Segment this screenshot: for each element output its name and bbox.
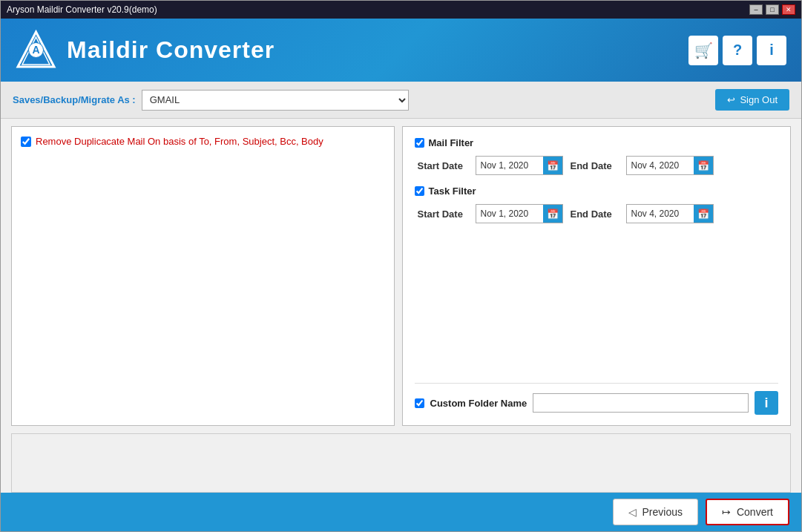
mail-filter-header: Mail Filter xyxy=(415,137,779,148)
task-start-date-input[interactable] xyxy=(476,206,543,221)
custom-folder-input[interactable] xyxy=(533,393,749,413)
mail-start-cal-button[interactable]: 📅 xyxy=(543,157,562,174)
task-start-cal-button[interactable]: 📅 xyxy=(543,205,562,223)
mail-end-date-input[interactable] xyxy=(627,158,694,173)
task-filter-section: Task Filter Start Date 📅 End Date 📅 xyxy=(415,185,779,223)
cart-button[interactable]: 🛒 xyxy=(688,36,718,65)
app-title: Maildir Converter xyxy=(67,36,275,64)
convert-button[interactable]: ↦ Convert xyxy=(706,499,789,525)
minimize-button[interactable]: – xyxy=(749,4,763,15)
remove-duplicates-row: Remove Duplicacate Mail On basis of To, … xyxy=(21,136,385,147)
mail-filter-checkbox[interactable] xyxy=(415,138,424,148)
sign-out-button[interactable]: ↩ Sign Out xyxy=(715,89,789,111)
previous-label: Previous xyxy=(642,506,683,518)
mail-start-date-wrapper: 📅 xyxy=(476,156,563,175)
close-button[interactable]: ✕ xyxy=(782,4,795,15)
window-title: Aryson Maildir Converter v20.9(demo) xyxy=(7,4,157,15)
mail-end-cal-button[interactable]: 📅 xyxy=(694,157,713,174)
custom-folder-info-button[interactable]: i xyxy=(755,391,778,415)
task-filter-header: Task Filter xyxy=(415,185,779,197)
left-panel: Remove Duplicacate Mail On basis of To, … xyxy=(11,126,395,426)
previous-button[interactable]: ◁ Previous xyxy=(613,499,698,525)
bottom-area xyxy=(11,433,791,493)
help-button[interactable]: ? xyxy=(723,36,752,65)
remove-duplicates-checkbox[interactable] xyxy=(21,137,31,147)
saves-dropdown[interactable]: GMAIL xyxy=(142,90,409,111)
task-end-date-wrapper: 📅 xyxy=(626,204,714,223)
task-start-date-wrapper: 📅 xyxy=(476,204,563,223)
logo-area: A Maildir Converter xyxy=(16,30,275,70)
task-end-cal-button[interactable]: 📅 xyxy=(694,205,713,223)
task-filter-checkbox[interactable] xyxy=(415,186,424,196)
mail-end-date-label: End Date xyxy=(571,160,619,171)
main-window: Aryson Maildir Converter v20.9(demo) – □… xyxy=(0,0,802,532)
header-action-buttons: 🛒 ? i xyxy=(688,36,786,65)
mail-filter-section: Mail Filter Start Date 📅 End Date 📅 xyxy=(415,137,779,175)
right-panel-spacer xyxy=(415,234,779,372)
header: A Maildir Converter 🛒 ? i xyxy=(1,19,801,82)
window-controls: – □ ✕ xyxy=(749,4,795,15)
convert-icon: ↦ xyxy=(722,506,731,518)
convert-label: Convert xyxy=(737,506,773,518)
aryson-logo-icon: A xyxy=(16,30,56,70)
previous-icon: ◁ xyxy=(628,506,637,518)
saves-area: Saves/Backup/Migrate As : GMAIL xyxy=(13,90,409,111)
mail-start-date-row: Start Date 📅 End Date 📅 xyxy=(415,156,779,175)
info-header-button[interactable]: i xyxy=(757,36,786,65)
mail-end-date-wrapper: 📅 xyxy=(626,156,714,175)
mail-start-date-input[interactable] xyxy=(476,158,543,173)
toolbar: Saves/Backup/Migrate As : GMAIL ↩ Sign O… xyxy=(1,82,801,119)
footer: ◁ Previous ↦ Convert xyxy=(1,493,801,531)
task-end-date-input[interactable] xyxy=(627,206,694,221)
right-panel: Mail Filter Start Date 📅 End Date 📅 xyxy=(402,126,792,426)
main-content: Remove Duplicacate Mail On basis of To, … xyxy=(1,119,801,433)
mail-filter-label: Mail Filter xyxy=(429,137,474,148)
task-end-date-label: End Date xyxy=(571,208,619,220)
custom-folder-label: Custom Folder Name xyxy=(430,398,527,409)
remove-duplicates-label: Remove Duplicacate Mail On basis of To, … xyxy=(36,136,323,147)
title-bar: Aryson Maildir Converter v20.9(demo) – □… xyxy=(1,1,801,19)
custom-folder-row: Custom Folder Name i xyxy=(415,383,779,415)
custom-folder-checkbox[interactable] xyxy=(415,398,424,408)
task-start-date-row: Start Date 📅 End Date 📅 xyxy=(415,204,779,223)
svg-text:A: A xyxy=(32,44,39,56)
task-start-date-label: Start Date xyxy=(418,208,468,220)
mail-start-date-label: Start Date xyxy=(418,160,468,171)
task-filter-label: Task Filter xyxy=(429,185,476,197)
sign-out-icon: ↩ xyxy=(727,94,735,105)
saves-label: Saves/Backup/Migrate As : xyxy=(13,94,136,105)
maximize-button[interactable]: □ xyxy=(766,4,779,15)
